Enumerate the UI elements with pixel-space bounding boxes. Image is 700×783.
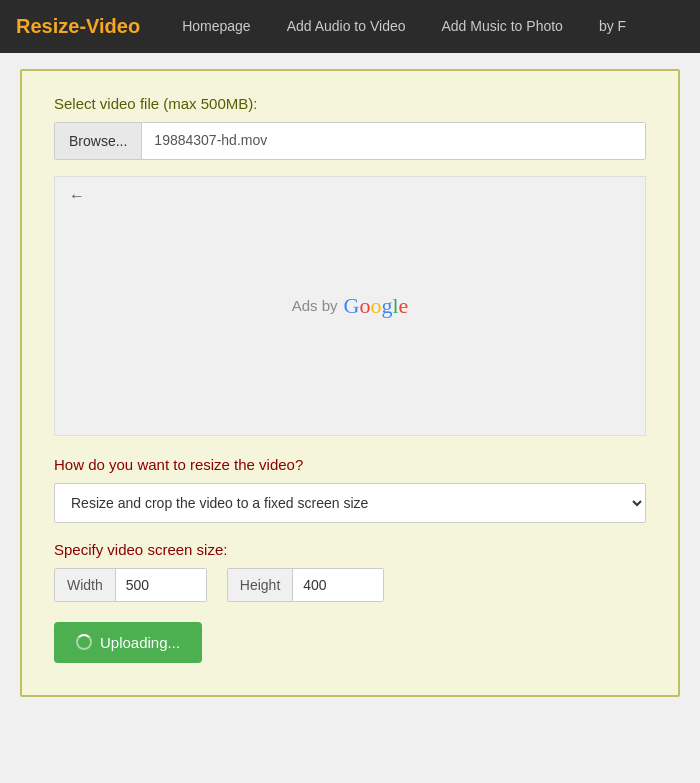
ads-by-label: Ads by (292, 297, 338, 314)
width-input[interactable] (116, 569, 206, 601)
upload-button[interactable]: Uploading... (54, 622, 202, 663)
back-arrow-icon: ← (69, 187, 85, 205)
height-group: Height (227, 568, 384, 602)
logo-text-1: Resize (16, 15, 79, 37)
dimensions-row: Width Height (54, 568, 646, 602)
site-logo: Resize-Video (16, 15, 140, 38)
height-input[interactable] (293, 569, 383, 601)
navbar: Resize-Video Homepage Add Audio to Video… (0, 0, 700, 53)
width-group: Width (54, 568, 207, 602)
resize-question-label: How do you want to resize the video? (54, 456, 646, 473)
logo-text-2: Video (86, 15, 140, 37)
spinner-icon (76, 634, 92, 650)
upload-button-label: Uploading... (100, 634, 180, 651)
nav-add-music[interactable]: Add Music to Photo (423, 0, 580, 53)
specify-label: Specify video screen size: (54, 541, 646, 558)
browse-button[interactable]: Browse... (55, 123, 142, 159)
resize-select[interactable]: Resize and crop the video to a fixed scr… (54, 483, 646, 523)
nav-by-f[interactable]: by F (581, 0, 644, 53)
nav-homepage[interactable]: Homepage (164, 0, 269, 53)
width-label: Width (55, 569, 116, 601)
file-name-display: 19884307-hd.mov (142, 123, 645, 159)
main-content: Select video file (max 500MB): Browse...… (20, 69, 680, 697)
file-section-label: Select video file (max 500MB): (54, 95, 646, 112)
file-input-row: Browse... 19884307-hd.mov (54, 122, 646, 160)
nav-links: Homepage Add Audio to Video Add Music to… (164, 0, 644, 53)
nav-add-audio[interactable]: Add Audio to Video (269, 0, 424, 53)
ads-area: ← Ads by Google (54, 176, 646, 436)
google-logo-text: Google (344, 293, 409, 319)
ads-by-google: Ads by Google (292, 293, 409, 319)
height-label: Height (228, 569, 293, 601)
